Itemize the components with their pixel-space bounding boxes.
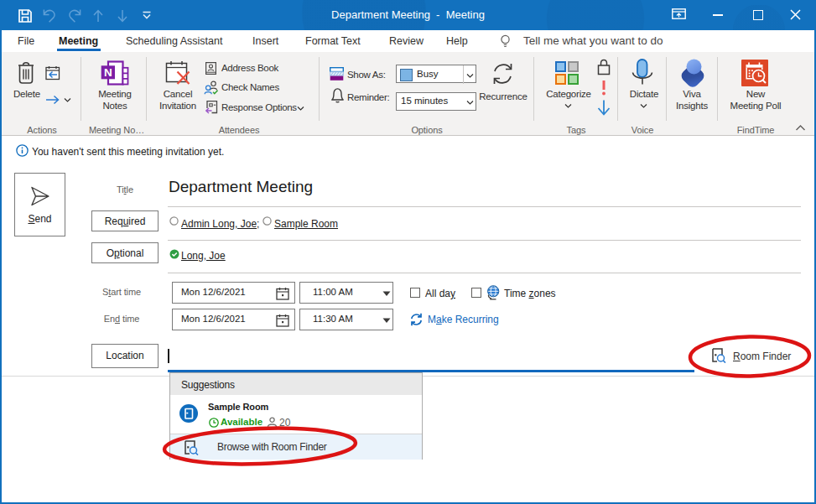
- svg-text:N: N: [104, 66, 112, 79]
